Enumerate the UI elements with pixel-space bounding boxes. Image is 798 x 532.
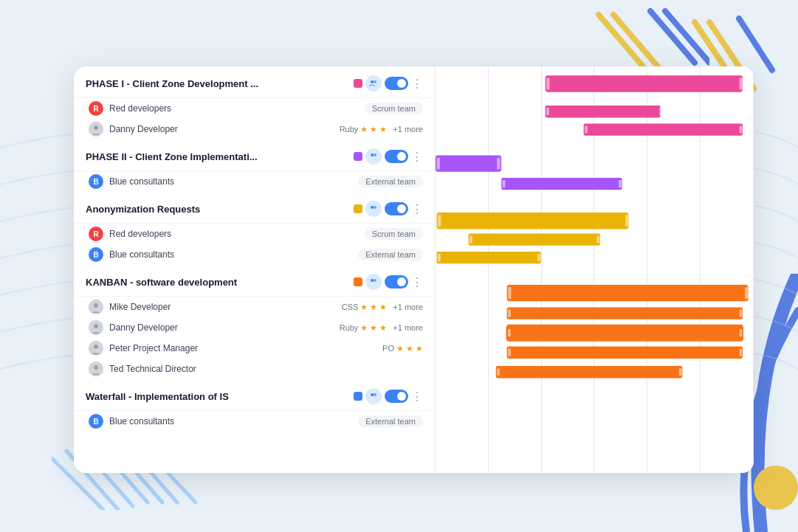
svg-point-18 bbox=[94, 125, 98, 130]
svg-point-30 bbox=[94, 345, 98, 349]
anon-member-2-avatar: B bbox=[89, 247, 103, 262]
kanban-header: KANBAN - software development ⋮ bbox=[86, 274, 423, 290]
svg-rect-57 bbox=[740, 329, 743, 336]
waterfall-header: Waterfall - Implementation of IS ⋮ bbox=[86, 388, 423, 404]
phase-2-member-1: B Blue consultants External team bbox=[74, 171, 435, 192]
svg-rect-54 bbox=[740, 310, 743, 317]
svg-rect-43 bbox=[503, 180, 506, 187]
kanban-member-1-name: Mike Developer bbox=[109, 302, 336, 312]
waterfall-more[interactable]: ⋮ bbox=[411, 390, 423, 404]
phase-2-toggle[interactable] bbox=[385, 150, 408, 163]
anon-header: Anonymization Requests ⋮ bbox=[86, 201, 423, 217]
svg-point-16 bbox=[374, 80, 376, 83]
waterfall-title: Waterfall - Implementation of IS bbox=[86, 391, 348, 402]
task-list: PHASE I - Client Zone Development ... ⋮ … bbox=[74, 66, 436, 473]
svg-rect-52 bbox=[745, 287, 748, 299]
svg-rect-42 bbox=[497, 157, 500, 169]
gantt-bars-svg bbox=[436, 66, 754, 473]
waterfall-color bbox=[354, 392, 362, 401]
phase-1-member-2: Danny Developer Ruby ★★★ +1 more bbox=[74, 119, 435, 139]
kanban-sub3-bar[interactable] bbox=[507, 347, 743, 359]
svg-point-32 bbox=[94, 365, 98, 370]
anon-member-2-tag: External team bbox=[358, 249, 423, 260]
phase2-main-bar[interactable] bbox=[436, 155, 501, 171]
phase1-main-bar[interactable] bbox=[546, 75, 743, 91]
svg-rect-50 bbox=[537, 254, 540, 261]
svg-point-22 bbox=[374, 206, 376, 209]
kanban-avatar-group-icon bbox=[365, 274, 382, 290]
waterfall-toggle[interactable] bbox=[385, 390, 408, 403]
phase-1-member-1: R Red developers Scrum team bbox=[74, 98, 435, 119]
svg-rect-41 bbox=[436, 157, 439, 169]
phase-1-row: PHASE I - Client Zone Development ... ⋮ bbox=[74, 66, 435, 98]
kanban-member-1-avatar bbox=[89, 300, 103, 314]
phase-1-member-1-avatar: R bbox=[89, 101, 103, 116]
svg-rect-35 bbox=[546, 77, 549, 89]
svg-rect-47 bbox=[469, 236, 472, 243]
kanban-color bbox=[354, 277, 362, 286]
kanban-title: KANBAN - software development bbox=[86, 277, 348, 288]
kanban-sub2-bar[interactable] bbox=[507, 327, 743, 339]
kanban-icons: ⋮ bbox=[354, 274, 423, 290]
phase1-sub1-bar[interactable] bbox=[546, 106, 661, 117]
kanban-member-4-avatar bbox=[89, 362, 103, 376]
gantt-panel bbox=[436, 66, 754, 473]
skill-label: Ruby bbox=[340, 125, 359, 134]
phase-2-more[interactable]: ⋮ bbox=[411, 150, 423, 164]
kanban-sub4-bar[interactable] bbox=[496, 366, 683, 378]
kanban-member-2-avatar bbox=[89, 320, 103, 335]
svg-rect-56 bbox=[508, 329, 511, 336]
svg-point-20 bbox=[374, 153, 376, 156]
anon-avatar-group-icon bbox=[365, 201, 382, 217]
phase-2-header: PHASE II - Client Zone Implementati... ⋮ bbox=[86, 148, 423, 165]
anon-member-1: R Red developers Scrum team bbox=[74, 224, 435, 244]
phase-1-avatar-group-icon bbox=[365, 75, 382, 91]
phase-1-more[interactable]: ⋮ bbox=[411, 77, 423, 91]
anon-more[interactable]: ⋮ bbox=[411, 202, 423, 216]
phase-2-member-1-avatar: B bbox=[89, 174, 103, 189]
svg-rect-49 bbox=[438, 254, 441, 261]
phase-2-row: PHASE II - Client Zone Implementati... ⋮ bbox=[74, 139, 435, 171]
anon-sub1-bar[interactable] bbox=[469, 234, 600, 246]
phase2-sub1-bar[interactable] bbox=[501, 178, 622, 190]
anon-sub2-bar[interactable] bbox=[436, 252, 540, 263]
svg-point-24 bbox=[374, 279, 376, 282]
phase-2-color bbox=[354, 152, 362, 161]
kanban-row: KANBAN - software development ⋮ bbox=[74, 265, 435, 297]
waterfall-member-1-name: Blue consultants bbox=[109, 416, 352, 426]
svg-point-28 bbox=[94, 324, 98, 328]
anon-toggle[interactable] bbox=[385, 202, 408, 215]
anon-member-1-tag: Scrum team bbox=[365, 228, 423, 240]
anon-member-2-name: Blue consultants bbox=[109, 249, 352, 260]
phase-2-avatar-group-icon bbox=[365, 148, 382, 165]
anon-main-bar[interactable] bbox=[436, 213, 628, 229]
kanban-member-2-name: Danny Developer bbox=[109, 322, 334, 333]
waterfall-avatar-group-icon bbox=[365, 388, 382, 404]
phase-1-header: PHASE I - Client Zone Development ... ⋮ bbox=[86, 75, 423, 91]
phase-2-member-1-tag: External team bbox=[358, 176, 423, 187]
kanban-toggle[interactable] bbox=[385, 275, 408, 289]
kanban-main-bar[interactable] bbox=[507, 285, 749, 301]
phase-2-member-1-name: Blue consultants bbox=[109, 176, 352, 187]
svg-point-26 bbox=[94, 303, 98, 308]
phase-1-member-1-tag: Scrum team bbox=[365, 103, 423, 114]
phase1-sub2-bar[interactable] bbox=[584, 124, 743, 136]
kanban-member-3-name: Peter Project Manager bbox=[109, 343, 376, 353]
waterfall-member-1-avatar: B bbox=[89, 414, 103, 429]
anon-title: Anonymization Requests bbox=[86, 204, 348, 215]
svg-rect-40 bbox=[740, 126, 743, 134]
anon-row: Anonymization Requests ⋮ bbox=[74, 192, 435, 224]
anon-member-2: B Blue consultants External team bbox=[74, 244, 435, 265]
kanban-more[interactable]: ⋮ bbox=[411, 275, 423, 289]
svg-point-33 bbox=[371, 393, 374, 396]
kanban-member-3-skills: PO ★★★ bbox=[382, 344, 423, 353]
anon-color bbox=[354, 204, 362, 213]
waterfall-icons: ⋮ bbox=[354, 388, 423, 404]
anon-member-1-avatar: R bbox=[89, 227, 103, 241]
svg-rect-45 bbox=[438, 215, 441, 227]
kanban-member-1-skills: CSS ★★★ bbox=[342, 303, 388, 312]
kanban-member-1: Mike Developer CSS ★★★ +1 more bbox=[74, 297, 435, 317]
phase-1-toggle[interactable] bbox=[385, 77, 408, 90]
kanban-sub1-bar[interactable] bbox=[507, 308, 743, 319]
svg-rect-59 bbox=[740, 349, 743, 356]
